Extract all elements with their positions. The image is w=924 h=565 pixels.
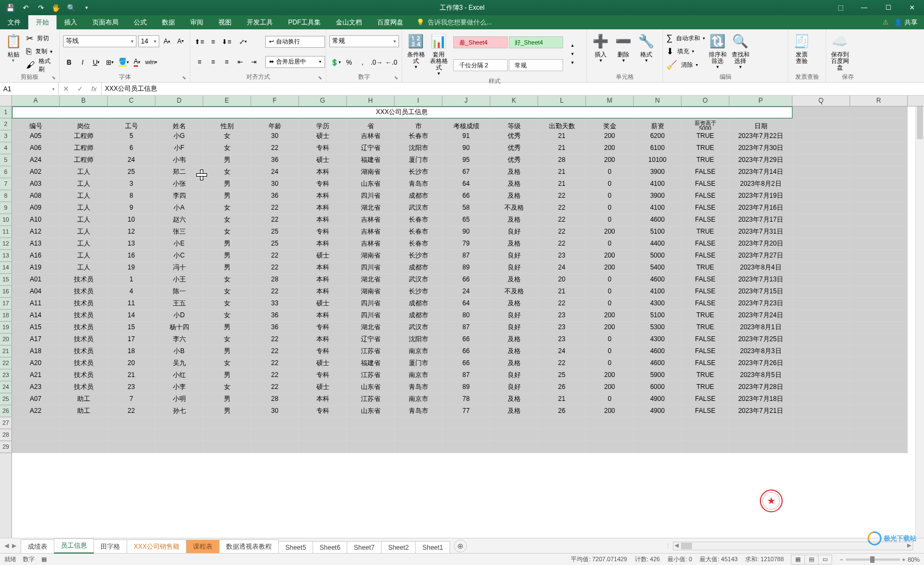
cell[interactable]: 22 — [108, 405, 155, 417]
cell[interactable]: 22 — [251, 214, 299, 226]
cell[interactable]: FALSE — [682, 250, 729, 262]
cell[interactable]: 四川省 — [347, 298, 395, 310]
cell[interactable]: 小A — [155, 202, 203, 214]
cell[interactable]: A10 — [12, 214, 60, 226]
cell[interactable]: 2023年7月17日 — [729, 214, 792, 226]
cell[interactable]: 4400 — [634, 238, 682, 250]
cell[interactable]: 22 — [251, 262, 299, 274]
cell[interactable]: 200 — [586, 226, 634, 238]
cell[interactable]: 0 — [586, 346, 634, 357]
cell[interactable]: TRUE — [682, 310, 729, 322]
col-header-A[interactable]: A — [12, 96, 60, 106]
cell[interactable]: 22 — [251, 369, 299, 381]
cell[interactable]: A04 — [12, 286, 60, 298]
cell[interactable] — [299, 429, 347, 441]
cell[interactable] — [538, 441, 586, 453]
cell[interactable]: 22 — [251, 202, 299, 214]
cell[interactable]: 山东省 — [347, 405, 395, 417]
col-header-B[interactable]: B — [60, 96, 108, 106]
cell[interactable] — [792, 286, 850, 298]
cell[interactable]: 21 — [538, 286, 586, 298]
cell[interactable]: 技术员 — [60, 286, 108, 298]
cell[interactable]: 及格 — [490, 214, 538, 226]
cell[interactable]: 5400 — [634, 262, 682, 274]
cell[interactable]: 工人 — [60, 250, 108, 262]
cell[interactable]: 技术员 — [60, 381, 108, 393]
underline-button[interactable]: U▾ — [90, 56, 102, 68]
cell[interactable]: 30 — [251, 178, 299, 190]
cell[interactable] — [586, 441, 634, 453]
tab-baidu[interactable]: 百度网盘 — [370, 15, 411, 29]
cell[interactable]: 0 — [586, 202, 634, 214]
zoom-in-button[interactable]: + — [902, 556, 906, 563]
sheet-nav[interactable]: ◀▶ — [0, 542, 21, 549]
cell[interactable]: 24 — [251, 166, 299, 178]
cell[interactable] — [347, 417, 395, 429]
cell[interactable]: 湖北省 — [347, 202, 395, 214]
cell[interactable]: A11 — [12, 298, 60, 310]
cell[interactable] — [251, 429, 299, 441]
page-layout-button[interactable]: ▤ — [804, 555, 819, 564]
row-header-24[interactable]: 24 — [0, 381, 11, 393]
cell[interactable] — [729, 417, 792, 429]
cell[interactable]: FALSE — [682, 166, 729, 178]
cell[interactable]: A05 — [12, 130, 60, 142]
painter-button[interactable]: 🖌格式刷 — [26, 59, 56, 71]
cell[interactable]: 南京市 — [395, 369, 442, 381]
cell[interactable]: 67 — [442, 166, 490, 178]
column-headers[interactable]: ABCDEFGHIJKLMNOPQR — [12, 96, 924, 106]
cell[interactable]: 87 — [442, 322, 490, 334]
cell[interactable]: A08 — [12, 190, 60, 202]
cell[interactable]: 36 — [251, 322, 299, 334]
cell[interactable]: 26 — [538, 381, 586, 393]
cell[interactable]: 良好 — [490, 262, 538, 274]
cell[interactable]: 91 — [442, 130, 490, 142]
cell[interactable]: 山东省 — [347, 178, 395, 190]
cell[interactable]: TRUE — [682, 369, 729, 381]
cell[interactable]: A02 — [12, 166, 60, 178]
cell[interactable]: 89 — [442, 262, 490, 274]
cell[interactable]: 20 — [538, 274, 586, 286]
cell[interactable] — [850, 214, 908, 226]
cell[interactable]: 女 — [203, 286, 251, 298]
cell[interactable]: 长春市 — [395, 238, 442, 250]
style-bad[interactable]: 差_Sheet4 — [453, 36, 508, 48]
cell[interactable]: A06 — [12, 142, 60, 154]
cell[interactable]: 2023年7月14日 — [729, 166, 792, 178]
qat-dropdown-icon[interactable]: ▾ — [79, 1, 93, 14]
grow-font-button[interactable]: A▴ — [161, 35, 173, 47]
cell[interactable] — [850, 381, 908, 393]
cell[interactable]: 专科 — [299, 369, 347, 381]
cell[interactable]: 200 — [586, 250, 634, 262]
cell[interactable]: 11 — [108, 298, 155, 310]
cell[interactable]: 66 — [442, 346, 490, 357]
tab-insert[interactable]: 插入 — [57, 15, 85, 29]
cell[interactable]: 赵六 — [155, 214, 203, 226]
close-icon[interactable]: ✕ — [900, 0, 924, 15]
cell[interactable]: 女 — [203, 334, 251, 346]
cell[interactable]: 200 — [586, 405, 634, 417]
cell[interactable]: 2023年8月3日 — [729, 346, 792, 357]
cell[interactable]: 工人 — [60, 262, 108, 274]
row-header-25[interactable]: 25 — [0, 393, 11, 405]
cell[interactable]: 南京市 — [395, 346, 442, 357]
cell[interactable]: 本科 — [299, 310, 347, 322]
tab-view[interactable]: 视图 — [211, 15, 239, 29]
align-center-button[interactable]: ≡ — [207, 56, 219, 68]
cell[interactable]: 吉林省 — [347, 226, 395, 238]
cell[interactable]: 65 — [442, 214, 490, 226]
header-cell[interactable]: 工号 — [108, 118, 155, 130]
cell[interactable] — [682, 417, 729, 429]
cell[interactable]: 77 — [442, 405, 490, 417]
cell[interactable] — [792, 250, 850, 262]
find-select-button[interactable]: 🔍查找和选择▾ — [730, 32, 751, 72]
header-cell[interactable]: 姓名 — [155, 118, 203, 130]
row-header-23[interactable]: 23 — [0, 369, 11, 381]
cell[interactable] — [634, 417, 682, 429]
cell[interactable]: 200 — [586, 310, 634, 322]
cell[interactable]: 22 — [538, 238, 586, 250]
cell[interactable]: 2023年7月26日 — [729, 357, 792, 369]
cell[interactable]: 男 — [203, 369, 251, 381]
cell[interactable]: 女 — [203, 202, 251, 214]
cell[interactable] — [792, 405, 850, 417]
